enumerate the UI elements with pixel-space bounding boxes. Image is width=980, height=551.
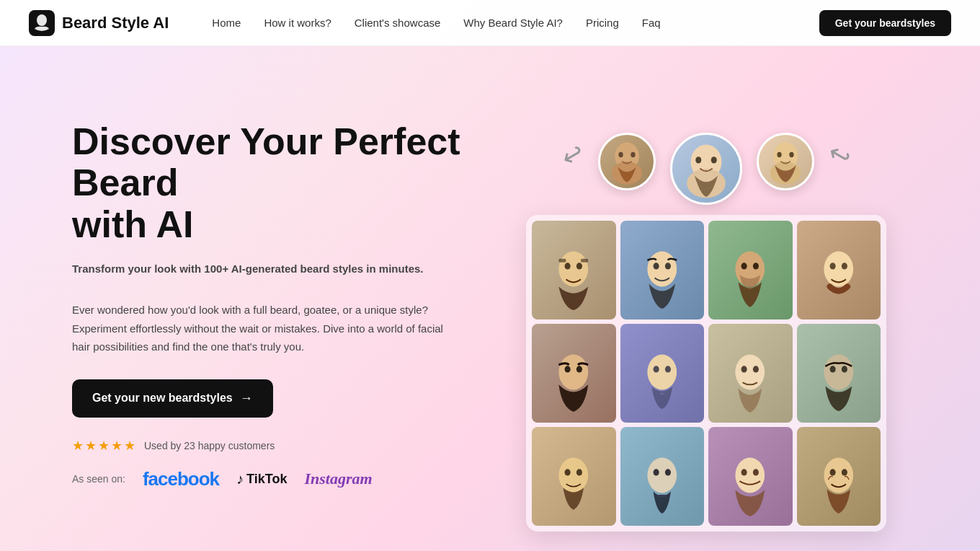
nav-pricing[interactable]: Pricing [586, 17, 619, 29]
star-3: ★ [98, 438, 110, 454]
beard-cell-9 [532, 427, 616, 526]
circle-avatar-3 [757, 133, 814, 190]
svg-point-8 [695, 157, 701, 163]
beard-grid [526, 215, 886, 532]
svg-point-21 [665, 263, 671, 269]
beard-cell-4 [797, 221, 881, 319]
face-svg-1 [600, 135, 654, 188]
logo-link[interactable]: Beard Style AI [29, 10, 169, 36]
nav-faq[interactable]: Faq [642, 17, 661, 29]
beard-cell-7 [708, 324, 793, 423]
svg-point-36 [753, 366, 759, 372]
hero-subtitle-bold: Transform your look with 100+ AI-generat… [72, 260, 461, 278]
beard-face-4 [809, 236, 868, 319]
svg-point-37 [824, 354, 853, 389]
hero-body-text: Ever wondered how you'd look with a full… [72, 301, 461, 356]
svg-point-38 [830, 366, 836, 372]
navbar: Beard Style AI Home How it works? Client… [0, 0, 980, 46]
svg-point-12 [777, 152, 781, 157]
hero-right-content: ↪ [504, 133, 908, 479]
svg-point-15 [565, 263, 571, 269]
circle-avatar-center [670, 133, 742, 205]
beard-cell-8 [797, 324, 881, 423]
svg-point-43 [647, 457, 677, 493]
svg-rect-18 [581, 258, 588, 262]
svg-rect-17 [559, 258, 566, 262]
arrow-right-icon: → [240, 391, 253, 406]
svg-point-24 [753, 263, 759, 269]
beard-cell-12 [797, 427, 881, 526]
svg-point-13 [789, 152, 793, 157]
svg-point-44 [654, 469, 659, 475]
svg-point-46 [736, 457, 765, 493]
svg-point-27 [842, 263, 847, 269]
svg-point-39 [842, 366, 847, 372]
svg-point-42 [576, 469, 582, 475]
svg-point-30 [576, 366, 582, 372]
beard-cell-3 [708, 221, 793, 319]
nav-home[interactable]: Home [212, 17, 241, 29]
hero-left-content: Discover Your Perfect Beard with AI Tran… [72, 121, 476, 490]
svg-point-51 [842, 469, 847, 475]
beard-face-10 [633, 442, 692, 526]
star-1: ★ [72, 438, 84, 454]
beard-face-6 [633, 339, 692, 423]
star-rating: ★ ★ ★ ★ ★ [72, 438, 135, 454]
social-proof: ★ ★ ★ ★ ★ Used by 23 happy customers [72, 438, 476, 454]
beard-face-2 [633, 236, 692, 319]
nav-how-it-works[interactable]: How it works? [264, 17, 331, 29]
svg-point-29 [565, 366, 571, 372]
star-5: ★ [124, 438, 135, 454]
instagram-logo: Instagram [304, 470, 372, 488]
svg-point-23 [741, 263, 747, 269]
hero-cta-label: Get your new beardstyles [92, 392, 233, 405]
svg-point-32 [654, 366, 659, 372]
svg-point-28 [559, 354, 589, 389]
svg-point-40 [559, 457, 589, 493]
svg-point-5 [631, 152, 635, 157]
svg-point-9 [711, 157, 717, 163]
nav-cta-button[interactable]: Get your beardstyles [819, 10, 951, 36]
social-proof-text: Used by 23 happy customers [144, 440, 275, 451]
svg-point-14 [559, 251, 589, 286]
beard-cell-6 [620, 324, 705, 423]
hero-title: Discover Your Perfect Beard with AI [72, 121, 476, 245]
hero-section: Discover Your Perfect Beard with AI Tran… [0, 0, 980, 551]
hero-subtitle-bold-text: Transform your look with 100+ AI-generat… [72, 263, 424, 275]
svg-point-1 [37, 14, 47, 26]
nav-clients-showcase[interactable]: Client's showcase [355, 17, 441, 29]
beard-face-12 [809, 442, 868, 526]
svg-point-35 [741, 366, 747, 372]
hero-title-line1: Discover Your Perfect Beard [72, 120, 460, 203]
nav-why[interactable]: Why Beard Style AI? [463, 17, 563, 29]
logo-icon [29, 10, 55, 36]
nav-links: Home How it works? Client's showcase Why… [212, 17, 819, 29]
beard-face-3 [721, 236, 780, 319]
arrow-left-icon: ↪ [556, 136, 590, 173]
facebook-logo: facebook [143, 468, 219, 490]
beard-face-7 [721, 339, 780, 423]
beard-face-1 [544, 236, 603, 319]
svg-point-48 [753, 469, 759, 475]
hero-title-line2: with AI [72, 203, 194, 245]
svg-point-47 [741, 469, 747, 475]
hero-cta-button[interactable]: Get your new beardstyles → [72, 379, 273, 418]
beard-face-9 [544, 442, 603, 526]
beard-face-8 [809, 339, 868, 423]
beard-cell-5 [532, 324, 616, 423]
beard-cell-2 [620, 221, 705, 319]
beard-cell-10 [620, 427, 705, 526]
svg-point-4 [618, 152, 623, 157]
beard-face-11 [721, 442, 780, 526]
seen-on-section: As seen on: facebook ♪TikTok Instagram [72, 468, 476, 490]
face-svg-3 [759, 135, 812, 188]
tiktok-icon: ♪ [236, 471, 244, 488]
svg-point-31 [647, 354, 677, 389]
svg-point-33 [665, 366, 671, 372]
brand-name: Beard Style AI [62, 14, 169, 32]
star-4: ★ [111, 438, 122, 454]
svg-point-45 [665, 469, 671, 475]
beard-cell-1 [532, 221, 616, 319]
face-svg-center [672, 135, 740, 203]
seen-on-label: As seen on: [72, 473, 125, 485]
